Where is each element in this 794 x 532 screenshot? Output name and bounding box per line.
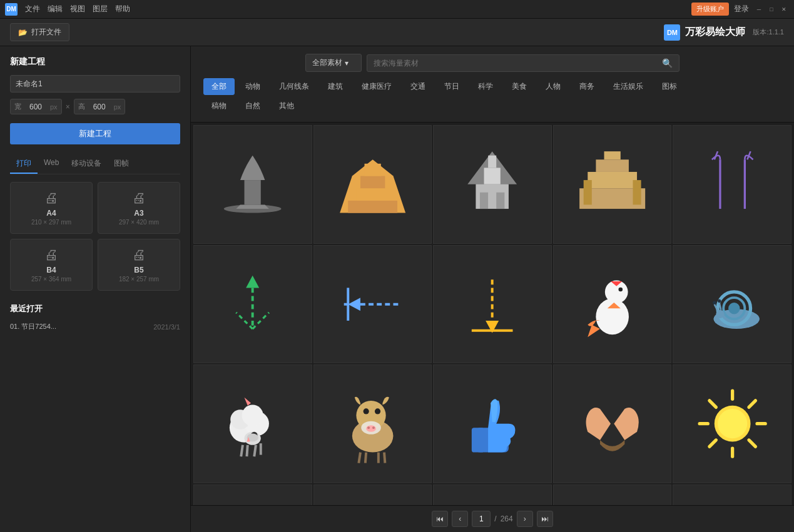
list-item[interactable]: [193, 125, 312, 244]
chevron-down-icon: ▾: [345, 59, 349, 68]
list-item[interactable]: [313, 484, 432, 505]
search-input[interactable]: [374, 59, 658, 68]
page-first-button[interactable]: ⏮: [432, 511, 448, 527]
list-item[interactable]: [673, 245, 791, 364]
tab-mobile[interactable]: 移动设备: [65, 154, 108, 174]
menu-help[interactable]: 帮助: [115, 4, 130, 14]
preset-a3[interactable]: 🖨 A3 297 × 420 mm: [98, 182, 180, 234]
list-item[interactable]: [553, 364, 672, 483]
page-total-count: 264: [501, 514, 513, 523]
list-item[interactable]: [313, 364, 432, 483]
svg-line-24: [253, 313, 269, 329]
cat-architecture[interactable]: 建筑: [320, 78, 351, 95]
list-item[interactable]: [313, 245, 432, 364]
cat-crops[interactable]: 稿物: [203, 98, 235, 114]
list-item[interactable]: [673, 364, 791, 483]
svg-rect-10: [497, 193, 505, 209]
width-input[interactable]: [23, 103, 48, 111]
list-item[interactable]: [313, 125, 432, 244]
recent-section: 最近打开 01. 节日7254... 2021/3/1: [10, 303, 180, 334]
width-unit: px: [50, 103, 58, 111]
list-item[interactable]: [553, 125, 672, 244]
cat-people[interactable]: 人物: [537, 78, 569, 95]
maximize-button[interactable]: □: [766, 4, 776, 14]
page-number-input[interactable]: [472, 511, 491, 527]
tab-print[interactable]: 打印: [10, 154, 38, 174]
svg-point-62: [375, 409, 380, 414]
login-button[interactable]: 登录: [734, 4, 749, 14]
new-project-button[interactable]: 新建工程: [10, 123, 180, 144]
cat-all[interactable]: 全部: [203, 78, 235, 95]
search-icon: 🔍: [662, 58, 673, 68]
cat-icons[interactable]: 图标: [654, 78, 685, 95]
left-panel: 新建工程 未命名1 宽 px × 高 px 新建工程 打印 Web 移动设备 图…: [0, 46, 191, 532]
recent-item[interactable]: 01. 节日7254... 2021/3/1: [10, 319, 180, 334]
svg-point-65: [372, 427, 375, 429]
cat-health[interactable]: 健康医疗: [354, 78, 400, 95]
svg-point-44: [718, 299, 721, 303]
page-prev-button[interactable]: ‹: [452, 511, 468, 527]
page-next-button[interactable]: ›: [517, 511, 533, 527]
list-item[interactable]: [433, 245, 552, 364]
cat-entertainment[interactable]: 生活娱乐: [605, 78, 651, 95]
tab-frame[interactable]: 图帧: [108, 154, 135, 174]
height-input[interactable]: [87, 103, 112, 111]
cat-science[interactable]: 科学: [470, 78, 501, 95]
cat-nature[interactable]: 自然: [237, 98, 268, 114]
menu-bar: 文件 编辑 视图 图层 帮助: [25, 4, 130, 14]
list-item[interactable]: [193, 245, 312, 364]
list-item[interactable]: [193, 484, 312, 505]
width-input-wrap: 宽 px: [10, 99, 62, 114]
preset-a3-size: 297 × 420 mm: [106, 219, 172, 226]
svg-point-63: [366, 426, 376, 433]
svg-line-79: [748, 440, 755, 447]
menu-view[interactable]: 视图: [70, 4, 85, 14]
minimize-button[interactable]: ─: [754, 4, 764, 14]
menu-edit[interactable]: 编辑: [48, 4, 63, 14]
menu-file[interactable]: 文件: [25, 4, 40, 14]
cat-business[interactable]: 商务: [571, 78, 603, 95]
svg-point-40: [716, 310, 724, 318]
preset-b4[interactable]: 🖨 B4 257 × 364 mm: [10, 239, 93, 291]
svg-line-80: [748, 401, 755, 408]
app-logo-icon: DM: [5, 3, 18, 16]
list-item[interactable]: [553, 245, 672, 364]
cat-geometry[interactable]: 几何线条: [271, 78, 317, 95]
titlebar: DM 文件 编辑 视图 图层 帮助 升级账户 登录 ─ □ ✕: [0, 0, 794, 19]
cat-food[interactable]: 美食: [504, 78, 535, 95]
source-select[interactable]: 全部素材 ▾: [305, 54, 362, 72]
recent-item-date: 2021/3/1: [153, 323, 180, 331]
upgrade-button[interactable]: 升级账户: [691, 3, 729, 16]
svg-rect-5: [364, 164, 380, 176]
preset-a4[interactable]: 🖨 A4 210 × 297 mm: [10, 182, 93, 234]
cat-holiday[interactable]: 节日: [436, 78, 467, 95]
svg-rect-4: [360, 176, 385, 189]
list-item[interactable]: [193, 364, 312, 483]
cat-animals[interactable]: 动物: [237, 78, 268, 95]
page-last-button[interactable]: ⏭: [537, 511, 553, 527]
close-button[interactable]: ✕: [779, 4, 789, 14]
source-label: 全部素材: [312, 58, 342, 68]
icon-grid-container: [191, 123, 794, 505]
svg-rect-14: [604, 151, 620, 159]
open-file-button[interactable]: 📂 打开文件: [10, 23, 69, 41]
list-item[interactable]: [433, 125, 552, 244]
list-item[interactable]: [673, 484, 791, 505]
brand-version: 版本:1.1.1: [753, 28, 784, 37]
height-label: 高: [78, 102, 85, 111]
svg-rect-71: [472, 428, 484, 453]
tab-web[interactable]: Web: [38, 154, 65, 174]
list-item[interactable]: [433, 364, 552, 483]
svg-rect-16: [633, 180, 641, 204]
width-label: 宽: [14, 102, 21, 111]
cat-transport[interactable]: 交通: [402, 78, 434, 95]
cat-other[interactable]: 其他: [271, 98, 302, 114]
menu-layer[interactable]: 图层: [93, 4, 108, 14]
list-item[interactable]: [673, 125, 791, 244]
list-item[interactable]: [433, 484, 552, 505]
printer-icon-3: 🖨: [18, 247, 84, 263]
list-item[interactable]: [553, 484, 672, 505]
category-row2: 稿物 自然 其他: [201, 98, 784, 114]
preset-b5[interactable]: 🖨 B5 182 × 257 mm: [98, 239, 180, 291]
project-name-input[interactable]: 未命名1: [10, 75, 180, 93]
